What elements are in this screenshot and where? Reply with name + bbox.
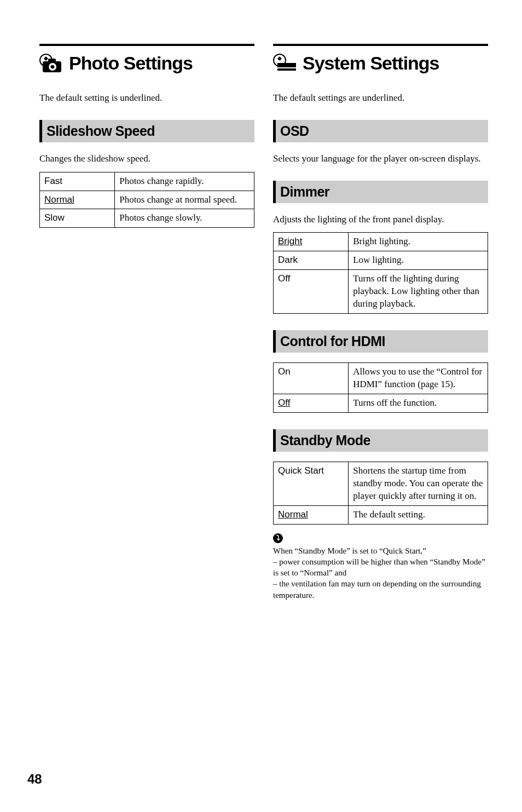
note-icon: ⤵ (273, 533, 283, 543)
photo-settings-heading: Photo Settings (69, 53, 193, 74)
page-number: 48 (27, 771, 42, 787)
photo-intro: The default setting is underlined. (39, 91, 254, 105)
photo-icon (39, 54, 63, 73)
table-row: Dark Low lighting. (274, 251, 488, 270)
table-row: Quick Start Shortens the startup time fr… (274, 462, 488, 505)
svg-rect-7 (277, 68, 296, 71)
opt-key: Quick Start (274, 462, 349, 505)
svg-rect-2 (48, 59, 56, 62)
note-text: When “Standby Mode” is set to “Quick Sta… (273, 545, 488, 601)
opt-val: Bright lighting. (349, 233, 488, 251)
dimmer-table: Bright Bright lighting. Dark Low lightin… (273, 232, 488, 314)
hdmi-table: On Allows you to use the “Control for HD… (273, 362, 488, 413)
table-row: Bright Bright lighting. (274, 233, 488, 251)
opt-key: Off (274, 270, 349, 314)
opt-key: Normal (274, 505, 349, 524)
opt-val: Allows you to use the “Control for HDMI”… (349, 363, 488, 394)
opt-val: Photos change at normal speed. (115, 191, 254, 209)
opt-key: Dark (274, 251, 349, 270)
svg-point-4 (51, 65, 55, 68)
opt-key: Slow (40, 209, 115, 228)
opt-key: Bright (274, 233, 349, 251)
opt-key: Off (274, 394, 349, 412)
opt-val: Turns off the function. (349, 394, 488, 412)
table-row: Normal Photos change at normal speed. (40, 191, 254, 209)
svg-rect-6 (277, 63, 296, 67)
opt-key: Fast (40, 172, 115, 191)
dimmer-heading: Dimmer (273, 181, 488, 203)
table-row: Off Turns off the function. (274, 394, 488, 412)
table-row: Fast Photos change rapidly. (40, 172, 254, 191)
osd-heading: OSD (273, 120, 488, 142)
system-settings-heading: System Settings (303, 53, 439, 74)
opt-val: Turns off the lighting during playback. … (349, 270, 488, 314)
dimmer-desc: Adjusts the lighting of the front panel … (273, 213, 488, 226)
table-row: Slow Photos change slowly. (40, 209, 254, 228)
opt-key: On (274, 363, 349, 394)
hdmi-heading: Control for HDMI (273, 330, 488, 353)
table-row: On Allows you to use the “Control for HD… (274, 363, 488, 394)
slideshow-heading: Slideshow Speed (39, 120, 254, 142)
system-icon (273, 54, 297, 73)
opt-key: Normal (40, 191, 115, 209)
slideshow-table: Fast Photos change rapidly. Normal Photo… (39, 172, 254, 228)
system-intro: The default settings are underlined. (273, 91, 488, 105)
opt-val: Shortens the startup time from standby m… (349, 462, 488, 505)
osd-desc: Selects your language for the player on-… (273, 152, 488, 165)
opt-val: Photos change rapidly. (115, 172, 254, 191)
slideshow-desc: Changes the slideshow speed. (39, 152, 254, 165)
table-row: Off Turns off the lighting during playba… (274, 270, 488, 314)
standby-table: Quick Start Shortens the startup time fr… (273, 462, 488, 525)
table-row: Normal The default setting. (274, 505, 488, 524)
standby-heading: Standby Mode (273, 429, 488, 452)
opt-val: Photos change slowly. (115, 209, 254, 228)
opt-val: The default setting. (349, 505, 488, 524)
opt-val: Low lighting. (349, 251, 488, 270)
